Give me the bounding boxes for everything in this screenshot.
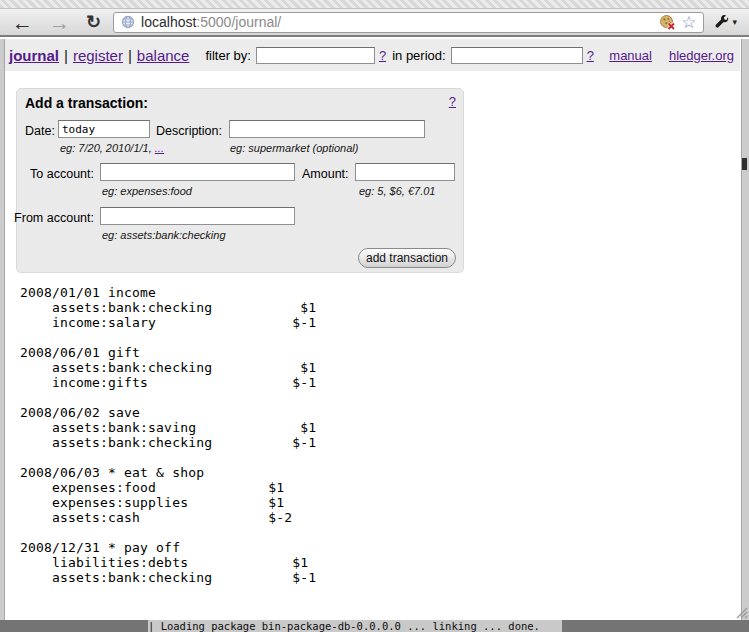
description-label: Description: bbox=[156, 124, 222, 138]
amount-input[interactable] bbox=[355, 163, 455, 181]
bookmark-star-icon[interactable]: ☆ bbox=[681, 14, 696, 31]
date-input[interactable] bbox=[58, 120, 150, 138]
window-title-stripes bbox=[0, 0, 749, 9]
terminal-window-edge: | Loading package bin-package-db-0.0.0.0… bbox=[148, 620, 562, 632]
date-hint-text: eg: 7/20, 2010/1/1, bbox=[60, 142, 155, 154]
date-hint: eg: 7/20, 2010/1/1, ... bbox=[60, 142, 164, 154]
window-frame-right bbox=[741, 39, 749, 620]
in-period-label: in period: bbox=[392, 48, 445, 63]
tab-journal[interactable]: journal bbox=[9, 47, 59, 64]
back-button[interactable]: ← bbox=[12, 12, 33, 33]
scrollbar-notch bbox=[742, 158, 747, 170]
address-bar[interactable]: localhost:5000/journal/ ☆ bbox=[113, 12, 704, 33]
period-help-link[interactable]: ? bbox=[587, 48, 594, 63]
from-account-hint: eg: assets:bank:checking bbox=[102, 229, 226, 241]
nav-separator: | bbox=[128, 47, 132, 64]
url-host: localhost bbox=[141, 14, 196, 30]
nav-separator: | bbox=[64, 47, 68, 64]
to-account-label: To account: bbox=[30, 167, 94, 181]
globe-icon bbox=[121, 15, 135, 29]
page-content: journal | register | balance filter by: … bbox=[5, 39, 740, 620]
amount-hint: eg: 5, $6, €7.01 bbox=[359, 185, 435, 197]
date-hint-more-link[interactable]: ... bbox=[155, 142, 164, 154]
forward-button[interactable]: → bbox=[49, 12, 70, 33]
form-help-link[interactable]: ? bbox=[449, 94, 456, 109]
window-resize-grip[interactable] bbox=[734, 605, 748, 619]
wrench-icon bbox=[714, 15, 729, 30]
browser-toolbar: ← → ↻ localhost:5000/journal/ bbox=[0, 9, 749, 37]
chevron-down-icon: ▾ bbox=[732, 17, 737, 27]
description-input[interactable] bbox=[229, 120, 425, 138]
form-title: Add a transaction: bbox=[25, 95, 148, 111]
add-transaction-button[interactable]: add transaction bbox=[358, 248, 456, 268]
from-account-input[interactable] bbox=[100, 207, 295, 225]
add-transaction-form: Add a transaction: ? Date: Description: … bbox=[16, 88, 464, 273]
navbar: journal | register | balance filter by: … bbox=[5, 39, 740, 71]
from-account-label: From account: bbox=[14, 211, 94, 225]
filter-input[interactable] bbox=[256, 47, 375, 64]
amount-label: Amount: bbox=[302, 167, 349, 181]
to-account-hint: eg: expenses:food bbox=[102, 185, 192, 197]
url-path: :5000/journal/ bbox=[196, 14, 281, 30]
to-account-input[interactable] bbox=[100, 163, 295, 181]
terminal-output-text: | Loading package bin-package-db-0.0.0.0… bbox=[148, 620, 562, 632]
period-input[interactable] bbox=[451, 47, 583, 64]
manual-link[interactable]: manual bbox=[609, 48, 652, 63]
background-window-strip: | Loading package bin-package-db-0.0.0.0… bbox=[0, 620, 749, 632]
reload-button[interactable]: ↻ bbox=[86, 13, 101, 31]
tab-register[interactable]: register bbox=[73, 47, 123, 64]
filter-by-label: filter by: bbox=[205, 48, 251, 63]
filter-help-link[interactable]: ? bbox=[379, 48, 386, 63]
url-text[interactable]: localhost:5000/journal/ bbox=[141, 14, 659, 30]
journal-listing: 2008/01/01 income assets:bank:checking $… bbox=[20, 285, 316, 585]
date-label: Date: bbox=[25, 124, 55, 138]
browser-menu-button[interactable]: ▾ bbox=[714, 15, 737, 30]
hledger-org-link[interactable]: hledger.org bbox=[669, 48, 734, 63]
description-hint: eg: supermarket (optional) bbox=[230, 142, 358, 154]
cookie-blocked-icon[interactable] bbox=[659, 14, 676, 30]
tab-balance[interactable]: balance bbox=[137, 47, 190, 64]
